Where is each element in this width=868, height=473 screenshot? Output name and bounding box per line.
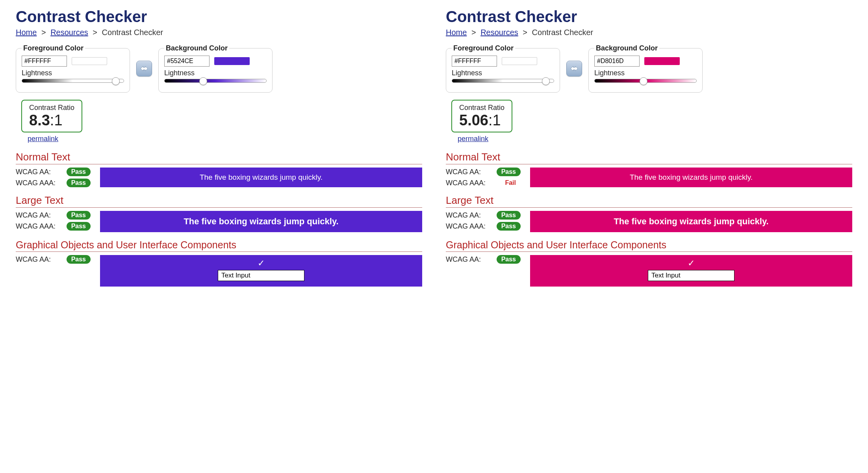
- foreground-lightness-label: Lightness: [22, 69, 124, 77]
- breadcrumb-sep-icon: >: [41, 28, 46, 37]
- normal-aa-badge: Pass: [497, 168, 521, 176]
- color-controls: Foreground Color Lightness Background Co…: [446, 44, 852, 93]
- slider-thumb[interactable]: [542, 77, 550, 85]
- large-aaa-label: WCAG AAA:: [16, 222, 56, 231]
- permalink-wrap: permalink: [28, 135, 422, 143]
- normal-text-sample: The five boxing wizards jump quickly.: [100, 168, 422, 187]
- permalink-wrap: permalink: [458, 135, 852, 143]
- background-legend: Background Color: [594, 44, 659, 52]
- background-lightness-label: Lightness: [164, 69, 267, 77]
- slider-track: [164, 79, 267, 83]
- permalink-link[interactable]: permalink: [28, 135, 58, 143]
- breadcrumb: Home > Resources > Contrast Checker: [16, 28, 422, 37]
- background-legend: Background Color: [164, 44, 229, 52]
- normal-text-heading: Normal Text: [446, 151, 852, 164]
- foreground-swatch[interactable]: [72, 57, 107, 65]
- contrast-ratio-value: 5.06:1: [459, 113, 504, 128]
- contrast-ratio-label: Contrast Ratio: [459, 104, 504, 112]
- large-text-sample: The five boxing wizards jump quickly.: [100, 211, 422, 232]
- ui-aa-label: WCAG AA:: [446, 255, 481, 264]
- ui-aa-badge: Pass: [67, 255, 91, 264]
- ui-sample: ✓ Text Input: [100, 255, 422, 287]
- large-aaa-badge: Pass: [497, 222, 521, 231]
- ui-aa-badge: Pass: [497, 255, 521, 264]
- large-text-row: WCAG AA: Pass WCAG AAA: Pass The five bo…: [16, 211, 422, 232]
- sample-text-input[interactable]: Text Input: [218, 270, 304, 281]
- normal-aa-label: WCAG AA:: [446, 168, 481, 176]
- contrast-panel: Contrast Checker Home > Resources > Cont…: [446, 8, 852, 287]
- contrast-ratio-label: Contrast Ratio: [29, 104, 74, 112]
- slider-thumb[interactable]: [112, 77, 120, 85]
- check-icon: ✓: [258, 258, 265, 268]
- background-swatch[interactable]: [214, 57, 250, 65]
- sample-text-input[interactable]: Text Input: [648, 270, 734, 281]
- foreground-hex-input[interactable]: [452, 56, 497, 67]
- ui-aa-label: WCAG AA:: [16, 255, 51, 264]
- normal-aaa-label: WCAG AAA:: [446, 179, 486, 187]
- slider-thumb[interactable]: [640, 77, 647, 85]
- normal-text-row: WCAG AA: Pass WCAG AAA: Pass The five bo…: [16, 168, 422, 187]
- foreground-hex-input[interactable]: [22, 56, 67, 67]
- large-aaa-label: WCAG AAA:: [446, 222, 486, 231]
- foreground-swatch[interactable]: [502, 57, 537, 65]
- normal-aaa-badge: Pass: [67, 179, 91, 187]
- background-hex-input[interactable]: [164, 56, 210, 67]
- large-aa-badge: Pass: [497, 211, 521, 220]
- page-title: Contrast Checker: [16, 8, 422, 26]
- normal-aaa-label: WCAG AAA:: [16, 179, 56, 187]
- normal-text-row: WCAG AA: Pass WCAG AAA: Fail The five bo…: [446, 168, 852, 187]
- breadcrumb-home[interactable]: Home: [16, 28, 37, 37]
- foreground-fieldset: Foreground Color Lightness: [16, 44, 130, 93]
- swap-colors-button[interactable]: [566, 61, 582, 76]
- swap-arrows-icon: [139, 65, 149, 72]
- breadcrumb-sep-icon: >: [523, 28, 527, 37]
- contrast-ratio-box: Contrast Ratio 5.06:1: [451, 100, 512, 132]
- large-text-heading: Large Text: [446, 194, 852, 208]
- foreground-fieldset: Foreground Color Lightness: [446, 44, 560, 93]
- ui-sample: ✓ Text Input: [530, 255, 852, 287]
- breadcrumb-current: Contrast Checker: [532, 28, 594, 37]
- large-text-sample: The five boxing wizards jump quickly.: [530, 211, 852, 232]
- contrast-panel: Contrast Checker Home > Resources > Cont…: [16, 8, 422, 287]
- large-text-heading: Large Text: [16, 194, 422, 208]
- normal-aa-badge: Pass: [67, 168, 91, 176]
- normal-text-sample: The five boxing wizards jump quickly.: [530, 168, 852, 187]
- large-aa-label: WCAG AA:: [446, 211, 481, 220]
- foreground-lightness-slider[interactable]: [452, 79, 554, 87]
- ui-components-heading: Graphical Objects and User Interface Com…: [16, 239, 422, 252]
- slider-thumb[interactable]: [199, 77, 207, 85]
- swap-colors-button[interactable]: [136, 61, 152, 76]
- background-hex-input[interactable]: [594, 56, 640, 67]
- slider-track: [452, 79, 554, 83]
- breadcrumb-sep-icon: >: [471, 28, 476, 37]
- foreground-lightness-label: Lightness: [452, 69, 554, 77]
- ui-components-row: WCAG AA: Pass ✓ Text Input: [446, 255, 852, 287]
- breadcrumb-current: Contrast Checker: [102, 28, 163, 37]
- breadcrumb: Home > Resources > Contrast Checker: [446, 28, 852, 37]
- foreground-lightness-slider[interactable]: [22, 79, 124, 87]
- large-aaa-badge: Pass: [67, 222, 91, 231]
- background-lightness-label: Lightness: [594, 69, 697, 77]
- normal-aaa-badge: Fail: [500, 179, 521, 187]
- breadcrumb-home[interactable]: Home: [446, 28, 467, 37]
- large-aa-badge: Pass: [67, 211, 91, 220]
- large-text-row: WCAG AA: Pass WCAG AAA: Pass The five bo…: [446, 211, 852, 232]
- color-controls: Foreground Color Lightness Background Co…: [16, 44, 422, 93]
- background-lightness-slider[interactable]: [594, 79, 697, 87]
- background-fieldset: Background Color Lightness: [158, 44, 273, 93]
- ui-components-row: WCAG AA: Pass ✓ Text Input: [16, 255, 422, 287]
- background-swatch[interactable]: [644, 57, 680, 65]
- background-lightness-slider[interactable]: [164, 79, 267, 87]
- breadcrumb-sep-icon: >: [93, 28, 97, 37]
- check-icon: ✓: [688, 258, 695, 268]
- background-fieldset: Background Color Lightness: [588, 44, 703, 93]
- swap-arrows-icon: [569, 65, 579, 72]
- breadcrumb-resources[interactable]: Resources: [50, 28, 88, 37]
- breadcrumb-resources[interactable]: Resources: [480, 28, 518, 37]
- foreground-legend: Foreground Color: [452, 44, 515, 52]
- slider-track: [22, 79, 124, 83]
- contrast-ratio-value: 8.3:1: [29, 113, 74, 128]
- permalink-link[interactable]: permalink: [458, 135, 488, 143]
- page-title: Contrast Checker: [446, 8, 852, 26]
- normal-aa-label: WCAG AA:: [16, 168, 51, 176]
